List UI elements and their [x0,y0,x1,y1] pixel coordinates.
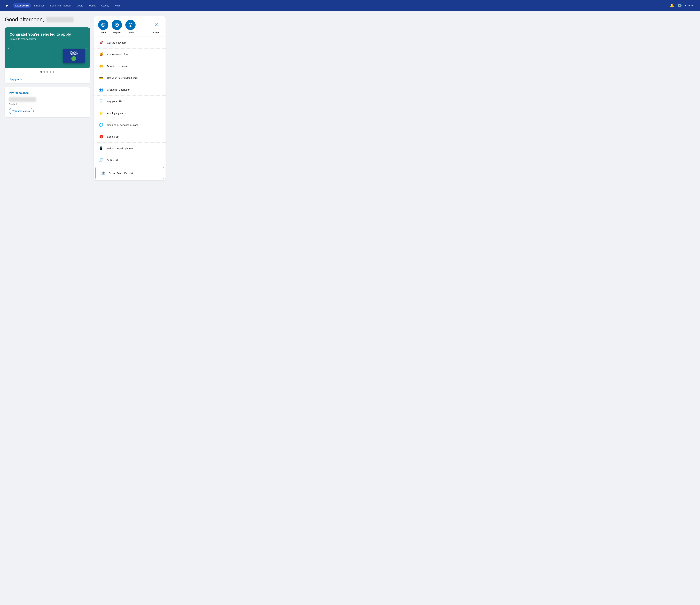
balance-title: PayPal balance [9,92,29,95]
balance-more-button[interactable]: ⋮ [82,91,86,95]
menu-item-reload-phones[interactable]: 📱Reload prepaid phones [94,143,166,154]
menu-item-bank-deposits[interactable]: 🌐Send bank deposits or cash [94,119,166,131]
crypto-label: Crypto [127,31,134,34]
carousel-dots [5,71,90,73]
direct-deposit-icon: 🏦 [100,170,106,176]
user-name-blurred [46,17,73,22]
menu-item-direct-deposit[interactable]: 🏦Set up Direct Deposit [95,167,164,179]
split-bill-icon: 🧾 [98,157,104,163]
right-panel: Send Request ₿ [94,16,166,180]
settings-icon[interactable]: ⚙️ [677,3,682,7]
balance-amount-blurred [9,97,36,102]
send-icon-circle [98,20,108,30]
reload-phones-label: Reload prepaid phones [107,147,133,150]
split-bill-label: Split a bill [107,159,118,162]
navbar: DashboardFinancesSend and RequestDealsWa… [0,0,700,11]
crypto-action[interactable]: ₿ Crypto [125,20,135,34]
fundraiser-icon: 👥 [98,86,104,93]
checkmark-icon: ✓ [71,56,76,61]
nav-item-send-and-request[interactable]: Send and Request [48,3,73,8]
send-action[interactable]: Send [98,20,108,34]
nav-item-finances[interactable]: Finances [32,3,47,8]
dot-1[interactable] [40,71,42,73]
crypto-icon-circle: ₿ [125,20,135,30]
fundraiser-label: Create a Fundraiser [107,88,130,91]
transfer-money-button[interactable]: Transfer Money [9,108,33,114]
carousel-prev[interactable]: ‹ [6,46,11,50]
menu-item-debit-card[interactable]: 💳Get your PayPal debit card [94,72,166,84]
direct-deposit-label: Set up Direct Deposit [109,172,133,175]
menu-item-pay-bills[interactable]: 📄Pay your bills [94,96,166,107]
send-gift-icon: 🎁 [98,133,104,140]
left-panel: Good afternoon, ‹ Congrats! You're selec… [5,16,90,180]
request-label: Request [112,31,121,34]
greeting: Good afternoon, [5,16,90,23]
menu-item-donate[interactable]: 🤲Donate to a cause [94,60,166,72]
promo-title: Congrats! You're selected to apply. [9,32,85,36]
promo-subtitle: Subject to credit approval. [9,37,85,41]
logout-button[interactable]: LOG OUT [685,4,696,7]
action-icons-row: Send Request ₿ [94,16,166,37]
carousel-next[interactable]: › [84,46,89,50]
dot-4[interactable] [50,71,51,73]
loyalty-cards-icon: ⭐ [98,110,104,116]
nav-items: DashboardFinancesSend and RequestDealsWa… [13,3,122,8]
donate-icon: 🤲 [98,63,104,69]
nav-item-help[interactable]: Help [112,3,122,8]
close-label: Close [153,31,159,34]
main-content: Good afternoon, ‹ Congrats! You're selec… [0,11,204,185]
menu-item-get-new-app[interactable]: 🚀Get the new app [94,37,166,49]
menu-item-loyalty-cards[interactable]: ⭐Add loyalty cards [94,107,166,119]
bank-deposits-label: Send bank deposits or cash [107,124,139,126]
menu-item-fundraiser[interactable]: 👥Create a Fundraiser [94,84,166,96]
promo-art: PayPal CREDIT ✓ [63,49,85,63]
get-new-app-label: Get the new app [107,41,126,44]
close-action[interactable]: ✕ Close [151,20,161,34]
nav-icons: 🔔 ⚙️ LOG OUT [670,3,696,7]
pay-bills-icon: 📄 [98,98,104,104]
add-honey-icon: 🍯 [98,51,104,57]
nav-item-dashboard[interactable]: Dashboard [13,3,31,8]
menu-item-split-bill[interactable]: 🧾Split a bill [94,154,166,166]
apply-link[interactable]: Apply now [5,76,90,83]
dot-3[interactable] [47,71,48,73]
credit-card-art: PayPal CREDIT ✓ [63,49,85,63]
debit-card-icon: 💳 [98,75,104,81]
close-icon: ✕ [151,20,161,30]
debit-card-label: Get your PayPal debit card [107,76,138,79]
balance-card: PayPal balance ⋮ Available Transfer Mone… [5,87,90,117]
paypal-logo[interactable] [4,2,10,8]
loyalty-cards-label: Add loyalty cards [107,112,126,115]
dot-2[interactable] [44,71,45,73]
nav-item-wallet[interactable]: Wallet [86,3,98,8]
menu-item-send-gift[interactable]: 🎁Send a gift [94,131,166,143]
available-label: Available [9,103,86,105]
promo-card-wrapper: ‹ Congrats! You're selected to apply. Su… [5,27,90,83]
add-honey-label: Add Honey for free [107,53,128,56]
nav-item-activity[interactable]: Activity [99,3,111,8]
notification-icon[interactable]: 🔔 [670,3,674,7]
donate-label: Donate to a cause [107,65,128,68]
promo-card: ‹ Congrats! You're selected to apply. Su… [5,27,90,68]
menu-item-add-honey[interactable]: 🍯Add Honey for free [94,49,166,60]
send-gift-label: Send a gift [107,135,119,138]
request-icon-circle [112,20,122,30]
pay-bills-label: Pay your bills [107,100,122,103]
request-action[interactable]: Request [112,20,122,34]
get-new-app-icon: 🚀 [98,40,104,46]
pp-logo: PayPal [70,51,77,53]
pp-credit: CREDIT [70,53,78,55]
nav-item-deals[interactable]: Deals [74,3,85,8]
reload-phones-icon: 📱 [98,145,104,151]
svg-text:₿: ₿ [130,24,131,26]
dot-5[interactable] [53,71,54,73]
balance-header: PayPal balance ⋮ [9,91,86,95]
send-label: Send [100,31,106,34]
bank-deposits-icon: 🌐 [98,122,104,128]
menu-list: 🚀Get the new app🍯Add Honey for free🤲Dona… [94,37,166,180]
